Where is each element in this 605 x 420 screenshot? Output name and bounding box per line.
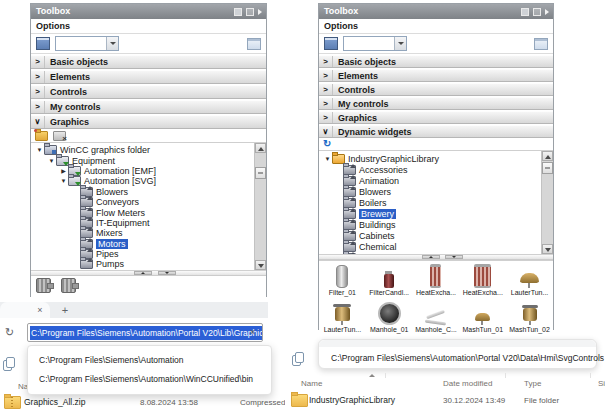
tree-item-pipes[interactable]: Pipes	[33, 249, 252, 259]
section-graphics[interactable]: >Graphics	[319, 111, 553, 124]
expander-icon[interactable]: ▼	[47, 158, 56, 164]
section-elements[interactable]: >Elements	[319, 69, 553, 82]
refresh-library-icon[interactable]: ↻	[323, 138, 335, 150]
tree-item-boilers[interactable]: Boilers	[321, 197, 539, 208]
tree-scrollbar[interactable]	[541, 151, 553, 254]
widget-thumbnail[interactable]: LauterTun...	[319, 299, 366, 336]
panel-title-bar[interactable]: Toolbox	[319, 4, 553, 19]
filter-combobox[interactable]	[55, 36, 119, 51]
combo-dropdown-icon[interactable]	[394, 37, 406, 50]
preview-splitter[interactable]	[31, 270, 266, 276]
scrollbar-thumb[interactable]	[255, 167, 266, 179]
address-bar-input[interactable]: C:\Program Files\Siemens\Automation\Port…	[27, 323, 263, 342]
float-panel-icon[interactable]	[234, 8, 242, 16]
palette-view-icon[interactable]	[36, 37, 50, 50]
tab-close-icon[interactable]: ×	[34, 304, 46, 316]
widget-thumbnail[interactable]: MashTun_02	[506, 299, 553, 336]
column-header-name[interactable]: Name	[301, 379, 322, 388]
column-header-size[interactable]: Size	[598, 379, 605, 388]
expander-icon[interactable]: ▶	[59, 167, 68, 174]
tree-scrollbar[interactable]	[254, 143, 266, 270]
section-basic-objects[interactable]: >Basic objects	[31, 55, 266, 69]
tree-item-buildings[interactable]: Buildings	[321, 219, 539, 230]
tree-item-chemical[interactable]: Chemical	[321, 241, 539, 252]
widget-thumbnail[interactable]: LauterTun...	[506, 262, 553, 299]
address-suggestion-panel[interactable]: C:\Program Files\Siemens\Automation\Port…	[318, 339, 597, 369]
file-row[interactable]: IndustryGraphicLibrary 30.12.2024 13:49 …	[285, 392, 605, 408]
column-header-name[interactable]: Name	[18, 382, 27, 391]
widget-thumbnail[interactable]: Manhole_C...	[413, 299, 460, 336]
widget-thumbnail[interactable]: MashTun_01	[459, 299, 506, 336]
expander-icon[interactable]: ▼	[59, 178, 68, 184]
column-header-date-modified[interactable]: Date modified	[443, 379, 492, 388]
splitter-down-icon[interactable]	[445, 255, 463, 259]
tree-item-automation-svg[interactable]: ▼Automation [SVG]	[33, 176, 252, 186]
tree-item-cabinets[interactable]: Cabinets	[321, 230, 539, 241]
window-mode-icon[interactable]	[534, 38, 548, 50]
expander-icon[interactable]: ▼	[323, 156, 332, 162]
tree-item-pumps[interactable]: Pumps	[33, 259, 252, 269]
palette-view-icon[interactable]	[324, 37, 338, 50]
remove-graphics-folder-icon[interactable]	[53, 131, 66, 141]
expand-arrow-icon[interactable]	[545, 9, 549, 15]
tree-item-conveyors[interactable]: Conveyors	[33, 197, 252, 207]
suggestion-item[interactable]: C:\Program Files\Siemens\Automation\WinC…	[28, 370, 271, 389]
widget-thumbnail[interactable]: HeatExcha...	[459, 262, 506, 299]
section-my-controls[interactable]: >My controls	[319, 97, 553, 110]
scroll-up-icon[interactable]	[255, 143, 266, 153]
section-my-controls[interactable]: >My controls	[31, 100, 266, 114]
scroll-down-icon[interactable]	[255, 260, 266, 270]
tree-item-mixers[interactable]: Mixers	[33, 228, 252, 238]
suggestion-item[interactable]: C:\Program Files\Siemens\Automation	[28, 351, 271, 370]
combo-dropdown-icon[interactable]	[106, 37, 118, 50]
tree-item-blowers[interactable]: Blowers	[33, 187, 252, 197]
section-controls[interactable]: >Controls	[319, 83, 553, 96]
collapse-panel-icon[interactable]	[533, 8, 541, 16]
section-controls[interactable]: >Controls	[31, 85, 266, 99]
refresh-icon[interactable]: ↻	[5, 327, 14, 338]
window-mode-icon[interactable]	[247, 38, 261, 50]
expander-icon[interactable]: ▼	[35, 147, 44, 153]
widget-thumbnail[interactable]: HeatExcha...	[413, 262, 460, 299]
motor-thumbnail-1[interactable]	[36, 277, 54, 293]
scroll-down-icon[interactable]	[542, 244, 553, 254]
tree-item-motors-selected[interactable]: Motors	[33, 239, 252, 249]
motor-thumbnail-2[interactable]	[61, 277, 79, 293]
tree-item-flow-meters[interactable]: Flow Meters	[33, 207, 252, 217]
tree-item-wincc-graphics-folder[interactable]: ▼WinCC graphics folder	[33, 145, 252, 155]
section-elements[interactable]: >Elements	[31, 70, 266, 84]
file-row[interactable]: Graphics_All.zip 8.08.2024 13:58 Compres…	[0, 394, 285, 410]
section-basic-objects[interactable]: >Basic objects	[319, 55, 553, 68]
collapse-panel-icon[interactable]	[246, 8, 254, 16]
section-graphics[interactable]: ∨Graphics	[31, 115, 266, 129]
tree-item-industrygraphiclibrary[interactable]: ▼IndustryGraphicLibrary	[321, 153, 539, 164]
tree-item-accessories[interactable]: Accessories	[321, 164, 539, 175]
expand-arrow-icon[interactable]	[258, 9, 262, 15]
preview-splitter[interactable]	[319, 254, 553, 260]
tree-item-automation-emf[interactable]: ▶Automation [EMF]	[33, 166, 252, 176]
float-panel-icon[interactable]	[521, 8, 529, 16]
splitter-down-icon[interactable]	[158, 271, 176, 275]
splitter-up-icon[interactable]	[422, 255, 440, 259]
tree-item-equipment[interactable]: ▼Equipment	[33, 155, 252, 165]
copy-path-icon[interactable]	[292, 353, 301, 364]
copy-path-icon[interactable]	[3, 358, 12, 369]
widget-thumbnail[interactable]: Manhole_01	[366, 299, 413, 336]
clear-address-icon[interactable]: ×	[250, 327, 255, 337]
widget-thumbnail[interactable]: FilterCandl...	[366, 262, 413, 299]
suggested-path[interactable]: C:\Program Files\Siemens\Automation\Port…	[331, 353, 604, 363]
filter-combobox[interactable]	[343, 36, 407, 51]
column-header-type[interactable]: Type	[524, 379, 541, 388]
tree-item-blowers[interactable]: Blowers	[321, 186, 539, 197]
widget-thumbnail[interactable]: Filter_01	[319, 262, 366, 299]
section-dynamic-widgets[interactable]: ∨Dynamic widgets	[319, 125, 553, 138]
splitter-up-icon[interactable]	[134, 271, 152, 275]
add-graphics-folder-icon[interactable]	[35, 131, 48, 141]
scroll-up-icon[interactable]	[542, 151, 553, 161]
scrollbar-thumb[interactable]	[542, 162, 553, 174]
tree-item-it-equipment[interactable]: IT-Equipment	[33, 218, 252, 228]
panel-title-bar[interactable]: Toolbox	[31, 4, 266, 19]
tree-item-brewery-selected[interactable]: Brewery	[321, 208, 539, 219]
new-tab-icon[interactable]: +	[58, 303, 72, 317]
tree-item-animation[interactable]: Animation	[321, 175, 539, 186]
